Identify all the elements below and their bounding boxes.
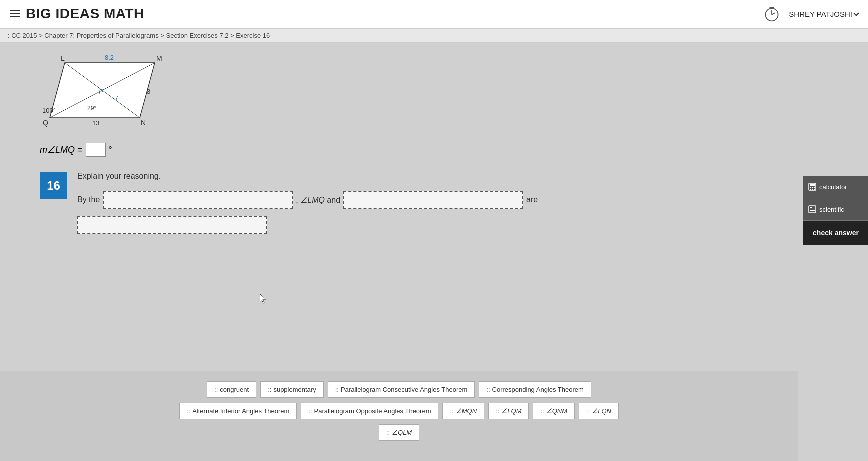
fill-box-theorem[interactable] [103,191,293,209]
drag-items-row2: :: Alternate Interior Angles Theorem :: … [15,403,783,420]
drag-handle-icon: :: [335,386,339,394]
fill-sentence-row2 [77,216,838,236]
drag-handle-icon: :: [540,408,544,415]
scientific-button[interactable]: scientific [803,198,868,221]
svg-rect-22 [810,187,811,188]
drag-item-label: Parallelogram Opposite Angles Theorem [314,408,431,415]
svg-rect-24 [814,187,815,188]
svg-rect-31 [810,210,815,211]
svg-rect-27 [814,189,815,190]
svg-marker-19 [260,294,266,304]
svg-text:29°: 29° [87,105,96,112]
drag-item-angle-lqn[interactable]: :: ∠LQN [579,403,619,420]
drag-item-label: Corresponding Angles Theorem [492,386,584,394]
svg-rect-23 [812,187,813,188]
drag-handle-icon: :: [214,386,218,394]
are-text: are [526,196,538,204]
svg-text:13: 13 [92,120,99,127]
svg-rect-32 [810,212,815,212]
exercise-instruction: Explain your reasoning. [77,172,838,181]
drag-item-angle-qnm[interactable]: :: ∠QNM [533,403,575,420]
drag-handle-icon: :: [586,408,590,415]
app-title: BIG IDEAS MATH [26,6,144,22]
svg-text:P: P [99,88,103,96]
drag-handle-icon: :: [386,429,390,436]
svg-text:N: N [141,119,146,127]
drag-item-label: Alternate Interior Angles Theorem [192,408,289,415]
drag-handle-icon: :: [486,386,490,394]
svg-rect-30 [810,209,815,210]
svg-rect-25 [810,189,811,190]
drag-item-congruent[interactable]: :: congruent [207,382,256,398]
fill-box-relationship[interactable] [77,216,267,234]
drag-item-label: ∠MQN [456,408,477,415]
check-answer-button[interactable]: check answer [803,221,868,245]
svg-line-2 [772,13,775,15]
drag-item-supplementary[interactable]: :: supplementary [260,382,324,398]
svg-text:7: 7 [115,94,118,102]
drag-item-angle-qlm[interactable]: :: ∠QLM [379,424,419,441]
drag-handle-icon: :: [187,408,190,415]
drag-item-angle-lqm[interactable]: :: ∠LQM [488,403,529,420]
exercise-content: Explain your reasoning. By the , ∠LMQ an… [77,172,838,246]
scientific-label: scientific [819,206,844,214]
drag-item-label: ∠LQN [592,408,611,415]
drag-item-parallelogram-opposite[interactable]: :: Parallelogram Opposite Angles Theorem [301,403,438,420]
mouse-cursor [260,294,268,306]
svg-text:M: M [156,54,162,62]
scientific-icon [808,206,816,214]
svg-rect-21 [810,184,815,186]
header: BIG IDEAS MATH SHREY PATJOSHI [0,0,868,29]
drag-item-label: congruent [220,386,249,394]
exercise-block: 16 Explain your reasoning. By the , ∠LMQ… [40,172,838,246]
angle-lmq-text: , ∠LMQ and [296,196,340,205]
exercise-number-badge: 16 [40,172,67,200]
drag-item-label: ∠QLM [392,429,412,436]
drag-items-row1: :: congruent :: supplementary :: Paralle… [15,382,783,398]
fill-sentence-row1: By the , ∠LMQ and are [77,191,838,209]
timer-icon [763,5,781,23]
problem-equation: m∠LMQ = ° [40,143,838,157]
drag-item-alternate-interior[interactable]: :: Alternate Interior Angles Theorem [179,403,297,420]
calculator-button[interactable]: calculator [803,176,868,198]
drag-item-label: ∠QNM [546,408,567,415]
drag-handle-icon: :: [308,408,312,415]
main-content: L M N Q P 8.2 13 8 7 100° 29° m∠LMQ = ° … [0,43,868,266]
drag-item-angle-mqn[interactable]: :: ∠MQN [442,403,484,420]
drag-item-corresponding-angles[interactable]: :: Corresponding Angles Theorem [479,382,591,398]
svg-text:L: L [61,54,65,62]
parallelogram-diagram: L M N Q P 8.2 13 8 7 100° 29° [40,53,170,128]
svg-rect-26 [812,189,813,190]
drag-item-parallelogram-consecutive[interactable]: :: Parallelogram Consecutive Angles Theo… [328,382,475,398]
drag-handle-icon: :: [496,408,499,415]
header-left: BIG IDEAS MATH [10,6,144,22]
drag-items-row3: :: ∠QLM [15,424,783,441]
hamburger-menu[interactable] [10,10,20,18]
drag-handle-icon: :: [268,386,271,394]
svg-text:100°: 100° [42,107,56,114]
drag-item-label: ∠LQM [501,408,521,415]
answer-input-box[interactable] [86,143,106,157]
fill-box-angle[interactable] [343,191,523,209]
drag-item-label: supplementary [273,386,316,394]
calculator-label: calculator [819,184,847,191]
right-panel: calculator scientific check answer [803,0,868,245]
svg-text:8: 8 [147,88,150,96]
drag-items-area: :: congruent :: supplementary :: Paralle… [0,372,798,461]
svg-text:Q: Q [43,119,48,127]
diagram-container: L M N Q P 8.2 13 8 7 100° 29° [40,53,170,128]
by-the-text: By the [77,196,100,204]
drag-handle-icon: :: [450,408,453,415]
svg-text:8.2: 8.2 [105,54,114,62]
breadcrumb: : CC 2015 > Chapter 7: Properties of Par… [0,29,868,43]
svg-rect-29 [810,207,812,208]
calculator-icon [808,183,816,191]
equation-text: m∠LMQ = [40,144,83,156]
drag-item-label: Parallelogram Consecutive Angles Theorem [341,386,467,394]
